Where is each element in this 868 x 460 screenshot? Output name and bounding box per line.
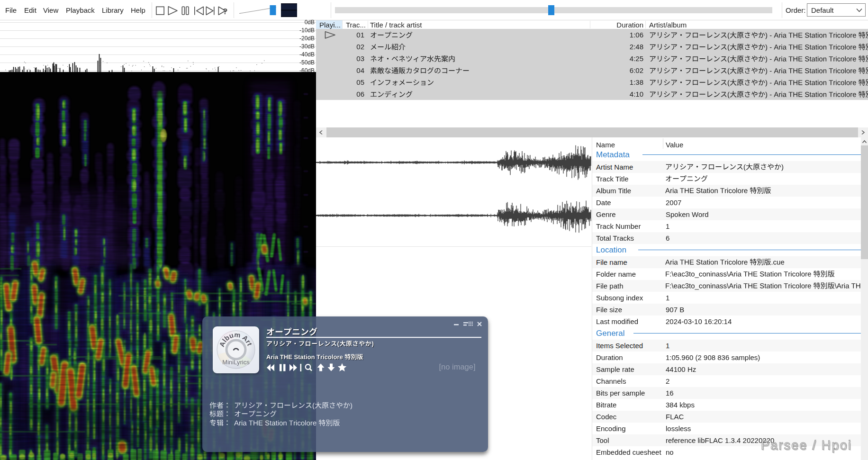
svg-text:?: ? bbox=[223, 7, 227, 16]
svg-text:[no image]: [no image] bbox=[439, 362, 475, 371]
